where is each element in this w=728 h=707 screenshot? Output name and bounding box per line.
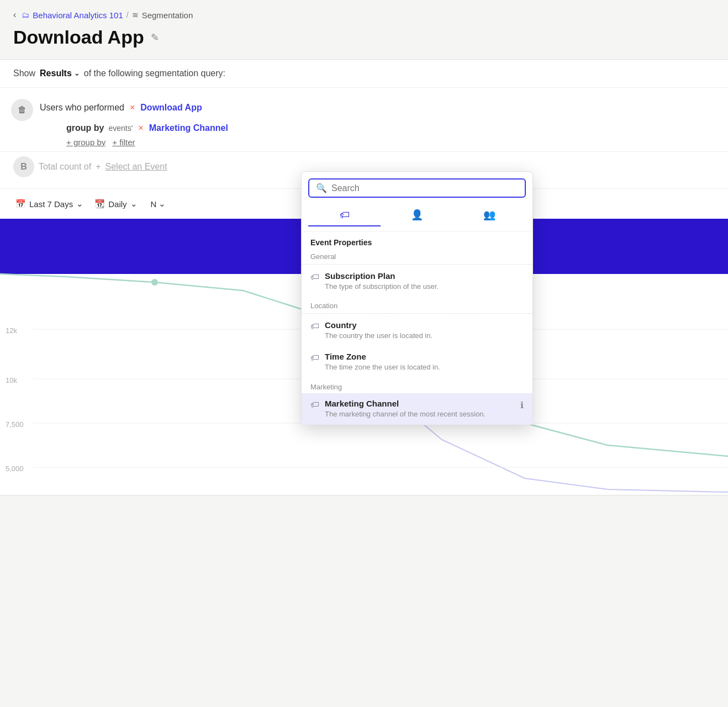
item-country-desc: The country the user is located in. bbox=[325, 331, 524, 341]
y-label-7500: 7,500 bbox=[6, 420, 24, 429]
users-performed-label: Users who performed bbox=[40, 103, 124, 113]
tag-tab-icon: 🏷 bbox=[340, 209, 350, 221]
item-timezone-text: Time Zone The time zone the user is loca… bbox=[325, 352, 524, 372]
item-country-text: Country The country the user is located … bbox=[325, 320, 524, 341]
add-filter-button[interactable]: + filter bbox=[112, 138, 135, 147]
y-label-10k: 10k bbox=[6, 376, 17, 384]
page-container: ‹ 🗂 Behavioral Analytics 101 / ≋ Segment… bbox=[0, 0, 728, 495]
search-input-wrapper: 🔍 bbox=[308, 178, 526, 198]
group-marketing: Marketing bbox=[302, 378, 532, 393]
tab-icons-row: 🏷 👤 👥 bbox=[302, 202, 532, 231]
tab-event-properties[interactable]: 🏷 bbox=[308, 205, 381, 226]
search-input[interactable] bbox=[331, 183, 518, 193]
page-title: Download App bbox=[13, 27, 144, 48]
show-bar: Show Results ⌄ of the following segmenta… bbox=[0, 60, 728, 88]
item-country-name: Country bbox=[325, 320, 524, 330]
n-label: N bbox=[151, 199, 157, 209]
tab-group-properties[interactable]: 👥 bbox=[453, 204, 526, 226]
section-title: Event Properties bbox=[302, 231, 532, 248]
results-button[interactable]: Results ⌄ bbox=[40, 68, 80, 78]
item-marketing-desc: The marketing channel of the most recent… bbox=[325, 409, 515, 419]
y-label-12k: 12k bbox=[6, 326, 17, 335]
date-chevron: ⌄ bbox=[76, 199, 83, 209]
breadcrumb-current: Segmentation bbox=[142, 10, 193, 20]
breadcrumb: ‹ 🗂 Behavioral Analytics 101 / ≋ Segment… bbox=[0, 0, 728, 24]
marketing-channel-link[interactable]: Marketing Channel bbox=[149, 123, 228, 133]
tab-user-properties[interactable]: 👤 bbox=[381, 204, 453, 226]
info-icon[interactable]: ℹ bbox=[520, 400, 524, 410]
item-marketing-channel[interactable]: 🏷 Marketing Channel The marketing channe… bbox=[302, 393, 532, 425]
item-timezone-desc: The time zone the user is located in. bbox=[325, 362, 524, 372]
add-group-by-button[interactable]: + group by bbox=[66, 138, 105, 147]
calendar-icon: 📅 bbox=[15, 199, 26, 209]
user-tab-icon: 👤 bbox=[411, 209, 423, 221]
item-marketing-text: Marketing Channel The marketing channel … bbox=[325, 399, 515, 419]
item-subscription-desc: The type of subscription of the user. bbox=[325, 282, 524, 292]
group-by-row: group by events' × Marketing Channel bbox=[0, 121, 728, 135]
select-event-link[interactable]: Select an Event bbox=[105, 162, 167, 172]
item-timezone-name: Time Zone bbox=[325, 352, 524, 361]
group-general: General bbox=[302, 248, 532, 263]
search-icon: 🔍 bbox=[316, 183, 327, 193]
group-by-label: group by bbox=[66, 123, 104, 133]
tag-icon-subscription: 🏷 bbox=[310, 272, 319, 282]
edit-icon[interactable]: ✎ bbox=[151, 31, 159, 44]
divider-general bbox=[302, 264, 532, 265]
results-chevron: ⌄ bbox=[74, 70, 80, 77]
property-dropdown: 🔍 🏷 👤 👥 Event Properties General 🏷 Subsc… bbox=[301, 171, 533, 425]
event-link[interactable]: Download App bbox=[140, 103, 202, 113]
show-label: Show bbox=[13, 68, 35, 78]
breadcrumb-project-link[interactable]: Behavioral Analytics 101 bbox=[33, 10, 123, 20]
item-timezone[interactable]: 🏷 Time Zone The time zone the user is lo… bbox=[302, 346, 532, 378]
tag-icon-country: 🏷 bbox=[310, 321, 319, 331]
n-button[interactable]: N ⌄ bbox=[146, 196, 171, 212]
remove-event-button[interactable]: × bbox=[129, 103, 136, 113]
page-title-row: Download App ✎ bbox=[0, 24, 728, 59]
svg-point-0 bbox=[151, 279, 158, 286]
results-label: Results bbox=[40, 68, 72, 78]
interval-label: Daily bbox=[108, 199, 126, 209]
divider-location bbox=[302, 313, 532, 314]
query-row-users: Users who performed × Download App bbox=[0, 94, 728, 121]
n-chevron: ⌄ bbox=[159, 199, 166, 209]
back-button[interactable]: ‹ bbox=[13, 10, 16, 20]
b-circle: B bbox=[13, 156, 34, 177]
add-options-row: + group by + filter bbox=[0, 135, 728, 151]
total-count-label: Total count of bbox=[39, 162, 91, 172]
show-bar-suffix: of the following segmentation query: bbox=[84, 68, 225, 78]
group-location: Location bbox=[302, 297, 532, 312]
date-range-button[interactable]: 📅 Last 7 Days ⌄ bbox=[13, 196, 86, 212]
date-range-label: Last 7 Days bbox=[29, 199, 73, 209]
events-property: events' bbox=[108, 124, 133, 133]
group-tab-icon: 👥 bbox=[483, 209, 495, 221]
search-row: 🔍 bbox=[302, 172, 532, 202]
plus-icon: + bbox=[96, 162, 101, 172]
delete-query-button[interactable]: 🗑 bbox=[11, 99, 33, 121]
item-subscription-plan[interactable]: 🏷 Subscription Plan The type of subscrip… bbox=[302, 266, 532, 297]
tag-icon-timezone: 🏷 bbox=[310, 353, 319, 363]
remove-groupby-button[interactable]: × bbox=[137, 123, 144, 133]
project-icon: 🗂 bbox=[22, 10, 29, 19]
interval-button[interactable]: 📆 Daily ⌄ bbox=[92, 196, 139, 212]
interval-icon: 📆 bbox=[94, 199, 105, 209]
item-marketing-name: Marketing Channel bbox=[325, 399, 515, 408]
breadcrumb-separator: / bbox=[126, 10, 129, 19]
item-country[interactable]: 🏷 Country The country the user is locate… bbox=[302, 315, 532, 346]
item-subscription-text: Subscription Plan The type of subscripti… bbox=[325, 271, 524, 292]
item-subscription-name: Subscription Plan bbox=[325, 271, 524, 281]
segmentation-icon: ≋ bbox=[132, 10, 139, 19]
interval-chevron: ⌄ bbox=[130, 199, 138, 209]
tag-icon-marketing: 🏷 bbox=[310, 400, 319, 410]
y-label-5000: 5,000 bbox=[6, 465, 24, 473]
